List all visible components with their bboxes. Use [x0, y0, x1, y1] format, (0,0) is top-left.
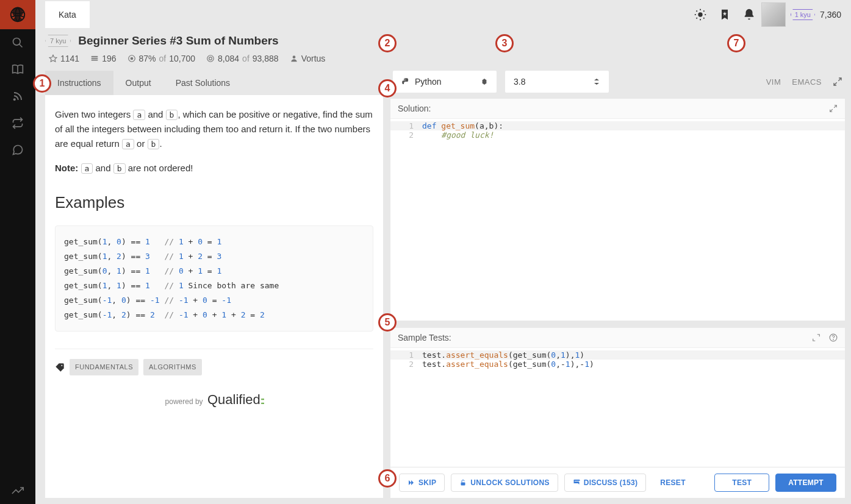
annotation-marker-2: 2: [378, 34, 397, 52]
description-paragraph-1: Given two integers a and b, which can be…: [55, 107, 373, 151]
theme-toggle-icon[interactable]: [688, 2, 713, 27]
annotation-marker-6: 6: [378, 469, 397, 488]
logo-icon[interactable]: [0, 0, 35, 29]
annotation-marker-4: 4: [378, 79, 397, 98]
svg-line-31: [834, 105, 836, 108]
expand-icon[interactable]: [833, 77, 842, 87]
kata-kyu-badge: 7 kyu: [45, 35, 71, 47]
bottom-toolbar: SKIP UNLOCK SOLUTIONS DISCUSS (153) RESE…: [390, 467, 845, 498]
description-panel: Given two integers a and b, which can be…: [45, 95, 383, 498]
tests-label: Sample Tests:: [398, 333, 451, 343]
solution-panel: Solution: 1def get_sum(a,b): 2 #good luc…: [390, 99, 845, 321]
svg-line-30: [834, 82, 837, 85]
chevron-down-icon: [593, 78, 600, 85]
svg-marker-27: [594, 79, 599, 80]
tag-fundamentals[interactable]: FUNDAMENTALS: [70, 359, 138, 376]
svg-line-29: [838, 78, 841, 81]
svg-point-21: [207, 55, 214, 62]
expand-icon[interactable]: [829, 104, 838, 113]
bell-icon[interactable]: [737, 2, 761, 27]
honor-points: 7,360: [820, 10, 841, 20]
tag-icon: [55, 363, 65, 372]
svg-point-34: [833, 339, 834, 340]
solution-editor[interactable]: 1def get_sum(a,b): 2 #good luck!: [390, 118, 845, 321]
svg-marker-35: [409, 480, 411, 485]
description-note: Note: a and b are not ordered!: [55, 161, 373, 176]
svg-rect-37: [461, 483, 465, 486]
description-tabs: Instructions Output Past Solutions: [45, 71, 383, 95]
powered-by: powered by Qualified::: [55, 389, 373, 410]
topbar: Kata 1 kyu 7,360: [35, 0, 851, 29]
annotation-marker-7: 7: [727, 34, 745, 52]
kata-title: Beginner Series #3 Sum of Numbers: [78, 34, 278, 48]
language-dropdown[interactable]: Python: [393, 71, 497, 93]
solution-label: Solution:: [398, 104, 431, 113]
expand-icon[interactable]: [812, 333, 820, 342]
svg-rect-18: [92, 60, 98, 61]
avatar[interactable]: [761, 2, 786, 27]
kata-tab[interactable]: Kata: [45, 1, 90, 28]
help-icon[interactable]: [829, 333, 838, 342]
tests-panel: Sample Tests: 1test.assert_equals(get_su…: [390, 328, 845, 467]
language-value: Python: [415, 77, 442, 87]
examples-codebox: get_sum(1, 0) == 1 // 1 + 0 = 1 get_sum(…: [55, 225, 373, 332]
svg-line-13: [703, 10, 704, 11]
svg-rect-17: [92, 58, 98, 59]
svg-point-22: [209, 57, 212, 60]
annotation-marker-5: 5: [378, 313, 397, 332]
vim-mode[interactable]: VIM: [766, 77, 781, 87]
chevron-down-icon: [481, 78, 488, 85]
bookmark-icon[interactable]: [713, 2, 737, 27]
svg-marker-36: [411, 480, 414, 485]
svg-marker-15: [49, 55, 57, 62]
stat-collections: 196: [90, 54, 116, 63]
chat-icon[interactable]: [0, 137, 35, 163]
tag-algorithms[interactable]: ALGORITHMS: [143, 359, 202, 376]
tab-past-solutions[interactable]: Past Solutions: [163, 71, 243, 95]
svg-rect-16: [92, 56, 98, 57]
svg-line-12: [696, 18, 697, 18]
svg-marker-28: [594, 83, 599, 85]
test-button[interactable]: TEST: [714, 474, 769, 492]
trending-icon[interactable]: [0, 477, 35, 504]
book-icon[interactable]: [0, 56, 35, 83]
stat-satisfaction: 87% of 10,700: [127, 54, 196, 63]
shuffle-icon[interactable]: [0, 110, 35, 137]
svg-point-20: [131, 57, 133, 60]
attempt-button[interactable]: ATTEMPT: [775, 474, 836, 492]
kata-stats: 1141 196 87% of 10,700 8,084 of 93,888 V…: [35, 51, 851, 71]
svg-point-1: [13, 38, 21, 46]
search-icon[interactable]: [0, 29, 35, 56]
svg-point-24: [61, 364, 62, 366]
svg-line-32: [830, 109, 833, 112]
svg-point-5: [698, 12, 702, 16]
user-rank-badge: 1 kyu: [791, 9, 815, 20]
stat-completed: 8,084 of 93,888: [206, 54, 279, 63]
reset-button[interactable]: RESET: [652, 474, 694, 491]
svg-line-9: [703, 18, 704, 18]
tab-instructions[interactable]: Instructions: [45, 71, 113, 95]
stat-author[interactable]: Vortus: [290, 54, 326, 63]
version-value: 3.8: [514, 77, 525, 87]
side-nav: [0, 0, 35, 504]
version-dropdown[interactable]: 3.8: [505, 71, 609, 93]
annotation-marker-1: 1: [33, 74, 51, 93]
annotation-marker-3: 3: [495, 34, 514, 52]
skip-button[interactable]: SKIP: [399, 474, 445, 492]
tab-output[interactable]: Output: [113, 71, 163, 95]
examples-heading: Examples: [55, 190, 373, 216]
svg-point-4: [14, 99, 15, 100]
svg-point-23: [292, 55, 295, 59]
python-icon: [401, 77, 410, 86]
tests-editor[interactable]: 1test.assert_equals(get_sum(0,1),1) 2tes…: [390, 347, 845, 467]
svg-line-2: [20, 44, 23, 48]
svg-line-8: [696, 10, 697, 11]
discuss-button[interactable]: DISCUSS (153): [564, 474, 647, 492]
stat-stars[interactable]: 1141: [49, 54, 79, 63]
tag-row: FUNDAMENTALS ALGORITHMS: [55, 349, 373, 376]
emacs-mode[interactable]: EMACS: [792, 77, 822, 87]
rss-icon[interactable]: [0, 83, 35, 110]
unlock-solutions-button[interactable]: UNLOCK SOLUTIONS: [451, 474, 558, 492]
